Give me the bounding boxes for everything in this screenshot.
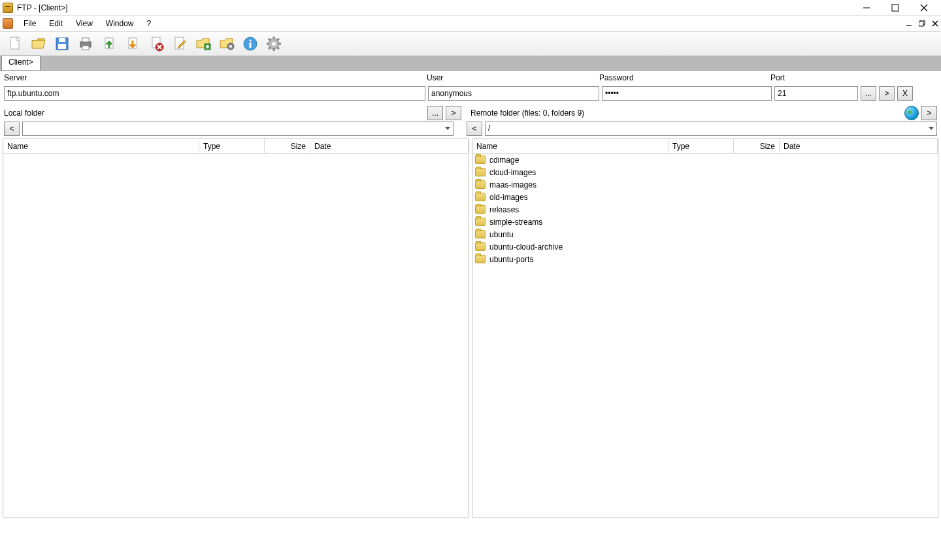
item-name: cdimage: [489, 156, 680, 165]
user-input[interactable]: [428, 86, 599, 101]
connection-row: ... > X: [0, 84, 941, 102]
local-col-size[interactable]: Size: [265, 139, 310, 153]
menu-window[interactable]: Window: [99, 17, 140, 30]
tabstrip: Client>: [0, 56, 941, 71]
app-icon: [3, 3, 13, 13]
mdi-close-button[interactable]: [929, 18, 941, 29]
edit-icon[interactable]: [169, 33, 191, 55]
connection-go-button[interactable]: >: [879, 86, 895, 101]
local-path-combo[interactable]: [22, 122, 454, 136]
svg-rect-11: [59, 38, 65, 42]
remote-path-combo[interactable]: /: [485, 122, 937, 136]
menu-file[interactable]: File: [17, 17, 42, 30]
svg-line-40: [269, 47, 271, 49]
item-name: cloud-images: [489, 168, 680, 177]
svg-rect-30: [250, 42, 252, 48]
item-name: old-images: [489, 193, 680, 202]
mdi-minimize-button[interactable]: [903, 18, 915, 29]
svg-rect-15: [82, 46, 89, 50]
folder-icon: [475, 218, 486, 226]
item-name: ubuntu-ports: [489, 255, 680, 264]
local-col-name[interactable]: Name: [3, 139, 199, 153]
menu-help[interactable]: ?: [140, 17, 158, 30]
folder-labels: Local folder ... > Remote folder (files:…: [0, 102, 941, 120]
svg-point-29: [250, 40, 252, 42]
tab-client[interactable]: Client>: [1, 56, 41, 70]
settings-folder-icon[interactable]: [216, 33, 238, 55]
folder-icon: [475, 242, 486, 251]
remote-col-type[interactable]: Type: [669, 139, 734, 153]
window-title: FTP - [Client>]: [17, 3, 67, 12]
local-grid-body[interactable]: [3, 154, 469, 517]
local-panel: Name Type Size Date: [3, 139, 469, 518]
remote-back-button[interactable]: <: [467, 122, 482, 136]
remote-col-name[interactable]: Name: [472, 139, 669, 153]
gear-icon[interactable]: [263, 33, 285, 55]
label-password: Password: [599, 73, 770, 84]
mdi-app-icon: [3, 18, 13, 29]
folder-icon: [475, 156, 486, 164]
maximize-button[interactable]: [881, 0, 910, 16]
remote-panel: Name Type Size Date cdimagecloud-imagesm…: [472, 139, 938, 518]
connection-close-button[interactable]: X: [897, 86, 913, 101]
remote-col-date[interactable]: Date: [780, 139, 938, 153]
open-folder-icon[interactable]: [27, 33, 50, 55]
label-local-folder: Local folder: [4, 108, 427, 118]
local-col-date[interactable]: Date: [310, 139, 469, 153]
close-button[interactable]: [910, 0, 938, 16]
list-item[interactable]: ubuntu-cloud-archive: [472, 240, 938, 253]
list-item[interactable]: cdimage: [472, 154, 938, 166]
info-icon[interactable]: [239, 33, 261, 55]
local-col-type[interactable]: Type: [199, 139, 265, 153]
new-folder-icon[interactable]: [192, 33, 214, 55]
item-name: maas-images: [489, 180, 680, 189]
upload-icon[interactable]: [98, 33, 120, 55]
download-icon[interactable]: [122, 33, 144, 55]
list-item[interactable]: old-images: [472, 191, 938, 203]
list-item[interactable]: releases: [472, 203, 938, 216]
minimize-button[interactable]: [852, 0, 881, 16]
local-grid-header: Name Type Size Date: [3, 139, 469, 154]
local-back-button[interactable]: <: [4, 122, 20, 136]
menubar: File Edit View Window ?: [0, 16, 941, 31]
remote-col-size[interactable]: Size: [734, 139, 780, 153]
connection-browse-button[interactable]: ...: [861, 86, 876, 101]
svg-rect-6: [919, 22, 923, 26]
print-icon[interactable]: [74, 33, 97, 55]
svg-rect-14: [82, 38, 89, 42]
new-doc-icon[interactable]: [4, 33, 26, 55]
list-item[interactable]: simple-streams: [472, 216, 938, 228]
label-remote-folder: Remote folder (files: 0, folders 9): [470, 108, 904, 118]
menu-edit[interactable]: Edit: [42, 17, 69, 30]
server-input[interactable]: [4, 86, 425, 101]
label-port: Port: [770, 73, 855, 84]
list-item[interactable]: maas-images: [472, 178, 938, 191]
svg-rect-9: [10, 37, 19, 49]
menu-view[interactable]: View: [69, 17, 99, 30]
toolbar: [0, 31, 941, 56]
item-name: simple-streams: [489, 218, 680, 227]
globe-icon: [904, 106, 919, 120]
panels: Name Type Size Date Name Type Size Date …: [0, 139, 941, 518]
svg-rect-12: [58, 44, 66, 49]
folder-icon: [475, 205, 486, 214]
password-input[interactable]: [602, 86, 772, 101]
save-icon[interactable]: [51, 33, 73, 55]
nav-row: < < /: [0, 120, 941, 139]
remote-go-button[interactable]: >: [921, 106, 937, 120]
folder-icon: [475, 230, 486, 239]
local-go-button[interactable]: >: [446, 106, 461, 120]
remote-path-text: /: [488, 124, 490, 133]
svg-point-27: [229, 45, 232, 48]
list-item[interactable]: ubuntu: [472, 228, 938, 240]
port-input[interactable]: [774, 86, 858, 101]
remote-grid-body[interactable]: cdimagecloud-imagesmaas-imagesold-images…: [472, 154, 938, 517]
list-item[interactable]: ubuntu-ports: [472, 253, 938, 265]
svg-line-39: [277, 39, 279, 41]
delete-icon[interactable]: [145, 33, 167, 55]
mdi-restore-button[interactable]: [916, 18, 928, 29]
local-browse-button[interactable]: ...: [427, 106, 443, 120]
list-item[interactable]: cloud-images: [472, 166, 938, 178]
folder-icon: [475, 193, 486, 201]
svg-line-38: [277, 47, 279, 49]
